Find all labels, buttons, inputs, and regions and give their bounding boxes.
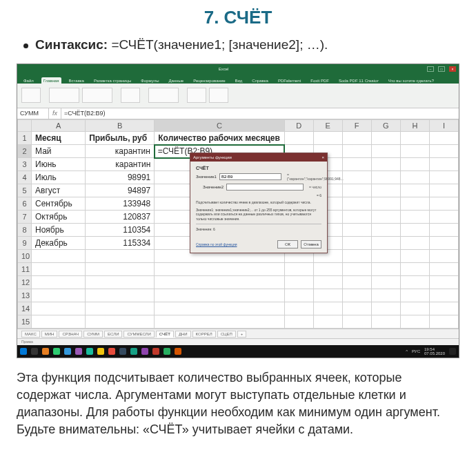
row-header[interactable]: 15: [18, 315, 32, 329]
row-header[interactable]: 8: [18, 224, 32, 237]
row-header[interactable]: 1: [18, 131, 32, 145]
cell[interactable]: [429, 237, 458, 250]
cell[interactable]: карантин: [86, 158, 155, 171]
sheet-tab[interactable]: МИН: [41, 331, 58, 338]
cell[interactable]: [342, 250, 371, 263]
row-header[interactable]: 7: [18, 211, 32, 224]
cell[interactable]: [86, 250, 155, 263]
cell[interactable]: [313, 289, 342, 302]
dialog-cancel-button[interactable]: Отмена: [301, 240, 321, 248]
cell[interactable]: [429, 302, 458, 315]
cell[interactable]: [155, 302, 284, 315]
cell[interactable]: [400, 250, 429, 263]
arg2-input[interactable]: [226, 184, 304, 191]
sheet-tab[interactable]: КОРРЕЛ: [192, 331, 216, 338]
cell[interactable]: 133948: [86, 197, 155, 211]
cell[interactable]: [371, 158, 400, 171]
cell[interactable]: [429, 131, 458, 145]
column-header[interactable]: F: [342, 119, 371, 131]
cell[interactable]: [342, 158, 371, 171]
ribbon-tab[interactable]: Справка: [250, 77, 270, 84]
cell[interactable]: [371, 211, 400, 224]
cell[interactable]: [342, 145, 371, 158]
cell[interactable]: [429, 224, 458, 237]
taskbar-date[interactable]: 07.05.2020: [424, 351, 445, 355]
taskbar-lang[interactable]: РУС: [412, 349, 420, 353]
cell[interactable]: [429, 250, 458, 263]
taskbar-app-icon[interactable]: [119, 348, 126, 355]
column-header[interactable]: H: [400, 119, 429, 131]
cell[interactable]: [371, 224, 400, 237]
cell[interactable]: [342, 224, 371, 237]
ribbon-tab[interactable]: Разметка страницы: [92, 77, 133, 84]
ribbon-tab[interactable]: Вставка: [67, 77, 86, 84]
cell[interactable]: [371, 276, 400, 289]
taskbar-app-icon[interactable]: [130, 348, 137, 355]
cell[interactable]: [429, 315, 458, 329]
cell[interactable]: [371, 131, 400, 145]
ribbon-tab[interactable]: Рецензирование: [191, 77, 227, 84]
taskbar-app-icon[interactable]: [75, 348, 82, 355]
cell[interactable]: [400, 171, 429, 184]
row-header[interactable]: 3: [18, 158, 32, 171]
taskbar-app-icon[interactable]: [163, 348, 170, 355]
cell[interactable]: [371, 250, 400, 263]
ribbon-tab[interactable]: Вид: [233, 77, 245, 84]
ribbon-paste-icon[interactable]: [21, 88, 41, 103]
taskbar-app-icon[interactable]: [152, 348, 159, 355]
ribbon-tab[interactable]: Главная: [41, 77, 61, 84]
cell[interactable]: [313, 131, 342, 145]
start-icon[interactable]: [20, 348, 27, 355]
row-header[interactable]: 9: [18, 237, 32, 250]
fx-icon[interactable]: fx: [49, 108, 61, 119]
ribbon-tab[interactable]: PDFelement: [276, 77, 303, 84]
sheet-tab[interactable]: СУММ: [83, 331, 103, 338]
cell[interactable]: [155, 315, 284, 329]
cell[interactable]: Июнь: [32, 158, 86, 171]
taskbar-search-icon[interactable]: [31, 348, 38, 355]
dialog-close-icon[interactable]: ×: [321, 155, 324, 159]
cell[interactable]: Август: [32, 184, 86, 197]
cell[interactable]: [400, 289, 429, 302]
ribbon-styles-group[interactable]: [148, 88, 179, 103]
cell[interactable]: [342, 171, 371, 184]
row-header[interactable]: 6: [18, 197, 32, 211]
sheet-tab[interactable]: СРЗНАЧ: [59, 331, 82, 338]
row-header[interactable]: 4: [18, 171, 32, 184]
cell[interactable]: [400, 131, 429, 145]
ribbon-tab[interactable]: Данные: [166, 77, 186, 84]
column-header[interactable]: B: [86, 119, 155, 131]
sheet-tab[interactable]: СУММЕСЛИ: [123, 331, 154, 338]
ribbon-tab[interactable]: Формулы: [139, 77, 161, 84]
taskbar-app-icon[interactable]: [64, 348, 71, 355]
cell[interactable]: [400, 302, 429, 315]
cell[interactable]: [342, 184, 371, 197]
spreadsheet-grid[interactable]: ABCDEFGHI 1МесяцПрибыль, рубКоличество р…: [17, 119, 459, 329]
row-header[interactable]: 10: [18, 250, 32, 263]
sheet-tab[interactable]: МАКС: [21, 331, 40, 338]
sheet-tab[interactable]: СЦЕП: [217, 331, 236, 338]
formula-input[interactable]: =СЧЁТ(B2:B9): [61, 108, 459, 119]
cell[interactable]: Июль: [32, 171, 86, 184]
cell[interactable]: Прибыль, руб: [86, 131, 155, 145]
cell[interactable]: Октябрь: [32, 211, 86, 224]
cell[interactable]: [429, 211, 458, 224]
taskbar-app-icon[interactable]: [175, 348, 181, 355]
dialog-help-link[interactable]: Справка по этой функции: [196, 242, 237, 246]
sheet-tab[interactable]: ЕСЛИ: [104, 331, 122, 338]
cell[interactable]: [284, 276, 313, 289]
add-sheet-button[interactable]: +: [237, 331, 247, 338]
cell[interactable]: [400, 158, 429, 171]
cell[interactable]: [400, 145, 429, 158]
cell[interactable]: [371, 197, 400, 211]
cell[interactable]: [400, 211, 429, 224]
cell[interactable]: 110354: [86, 224, 155, 237]
cell[interactable]: [342, 302, 371, 315]
cell[interactable]: [284, 131, 313, 145]
cell[interactable]: [284, 289, 313, 302]
cell[interactable]: [429, 145, 458, 158]
cell[interactable]: [86, 263, 155, 276]
cell[interactable]: [429, 276, 458, 289]
column-header[interactable]: D: [284, 119, 313, 131]
select-all-cell[interactable]: [18, 119, 32, 131]
